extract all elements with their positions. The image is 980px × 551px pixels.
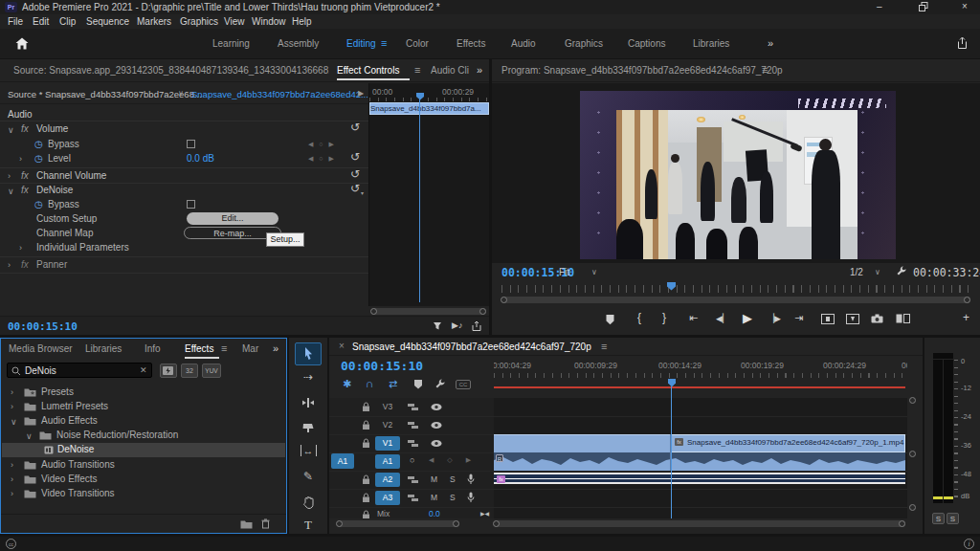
lift-icon[interactable]	[821, 314, 835, 324]
export-share-icon[interactable]	[956, 36, 969, 50]
solo-right-button[interactable]: S	[947, 513, 959, 524]
close-sequence-icon[interactable]: ×	[339, 341, 345, 351]
info-icon[interactable]: i	[964, 539, 974, 549]
clip-v1-segment-1[interactable]	[494, 434, 670, 452]
effect-row-channel-volume[interactable]: › fx Channel Volume ↺	[0, 169, 368, 184]
lock-icon[interactable]	[362, 493, 370, 503]
menu-markers[interactable]: Markers	[137, 16, 171, 27]
keyframe-nav[interactable]: ◀ ○ ▶	[308, 141, 336, 148]
menu-file[interactable]: File	[8, 16, 23, 27]
play-icon[interactable]: ▶	[743, 311, 752, 325]
workspace-tab-color[interactable]: Color	[406, 38, 429, 49]
keyframe-nav[interactable]: ◀ ○ ▶	[308, 155, 336, 163]
track-height-handle[interactable]	[909, 504, 916, 511]
menu-view[interactable]: View	[224, 16, 245, 27]
go-to-in-icon[interactable]: ⇤	[689, 312, 698, 324]
step-forward-icon[interactable]: ▕▶	[768, 314, 781, 323]
play-audio-icon[interactable]: ▶♪	[452, 320, 462, 330]
track-target-a2[interactable]: A2	[375, 473, 400, 487]
effects-search-box[interactable]: ✕	[7, 363, 152, 378]
track-target-v1[interactable]: V1	[375, 436, 400, 451]
voiceover-mic-icon[interactable]	[467, 492, 475, 503]
captions-display-icon[interactable]: CC	[456, 380, 471, 389]
resolution-chevron-icon[interactable]: ∨	[875, 268, 880, 276]
filter-32bit-button[interactable]: 32	[181, 364, 198, 378]
sync-lock-icon[interactable]	[408, 475, 418, 484]
tree-item-presets[interactable]: › Presets	[1, 386, 286, 400]
program-playhead-marker[interactable]	[666, 281, 677, 291]
collapse-icon[interactable]: ▶◀	[480, 510, 489, 517]
edit-button[interactable]: Edit...	[187, 212, 278, 225]
button-editor-plus-icon[interactable]: +	[963, 311, 969, 324]
toggle-track-output-eye-icon[interactable]	[431, 421, 442, 430]
filter-properties-icon[interactable]	[433, 321, 442, 331]
razor-tool[interactable]	[295, 420, 322, 443]
effect-row-volume-level[interactable]: › ◷ Level 0.0 dB ◀ ○ ▶ ↺	[0, 152, 368, 166]
workspace-overflow-icon[interactable]: »	[768, 37, 773, 49]
workspace-tab-audio[interactable]: Audio	[511, 38, 536, 49]
add-marker-icon[interactable]	[413, 379, 423, 389]
workspace-tab-libraries[interactable]: Libraries	[693, 38, 729, 49]
track-select-forward-tool[interactable]: ⇢	[295, 370, 322, 393]
ripple-edit-tool[interactable]	[295, 395, 322, 418]
close-button[interactable]: ×	[962, 1, 968, 11]
tab-overflow-icon[interactable]: »	[273, 342, 278, 354]
lock-icon[interactable]	[362, 438, 370, 449]
zoom-level-select[interactable]: Fit	[559, 267, 569, 277]
tree-item-video-transitions[interactable]: › Video Transitions	[1, 487, 286, 501]
zoom-chevron-icon[interactable]: ∨	[591, 268, 597, 276]
mark-in-icon[interactable]: {	[637, 311, 641, 324]
track-target-a3[interactable]: A3	[375, 491, 400, 505]
pen-tool[interactable]: ✎	[295, 470, 322, 493]
track-target-a1[interactable]: A1	[375, 454, 400, 469]
tab-effect-controls[interactable]: Effect Controls	[337, 65, 399, 76]
track-height-handle[interactable]	[909, 397, 916, 404]
effect-row-volume-bypass[interactable]: ◷ Bypass ◀ ○ ▶	[0, 138, 368, 152]
program-scrubber-ticks[interactable]	[501, 285, 970, 293]
effect-row-volume[interactable]: ∨ fx Volume ↺	[0, 122, 368, 137]
filter-accelerated-effects-button[interactable]	[160, 364, 177, 378]
tab-audio-clip-mixer[interactable]: Audio Cli	[431, 65, 473, 76]
sync-lock-icon[interactable]	[408, 439, 418, 448]
type-tool[interactable]: T	[295, 518, 322, 534]
effect-menu-caret[interactable]: ▾	[361, 189, 364, 196]
source-patch-a1[interactable]: A1	[331, 453, 354, 469]
timeline-ruler[interactable]: 00:00:04:29 00:00:09:29 00:00:14:29 00:0…	[494, 357, 907, 386]
workspace-tab-captions[interactable]: Captions	[628, 38, 665, 49]
reset-effect-icon[interactable]: ↺	[350, 184, 360, 193]
mute-button[interactable]: M	[431, 493, 437, 502]
timeline-horizontal-scrollbar[interactable]	[494, 520, 905, 527]
selection-tool[interactable]	[295, 342, 322, 365]
step-back-icon[interactable]: ◀▏	[716, 314, 729, 323]
slip-tool[interactable]: ↔	[295, 445, 322, 468]
snap-magnet-icon[interactable]: ∩	[366, 377, 374, 390]
clip-v1-segment-2[interactable]: fx Snapsave_d4bb334f097bbd7a2ee68ed424c6…	[671, 434, 905, 452]
export-frame-camera-icon[interactable]	[871, 314, 883, 323]
settings-wrench-icon[interactable]	[896, 266, 907, 277]
track-target-v3[interactable]: V3	[375, 400, 400, 414]
mini-playhead-marker[interactable]	[415, 92, 425, 100]
tree-item-audio-effects[interactable]: ∨ Audio Effects	[1, 414, 286, 429]
reset-effect-icon[interactable]: ↺	[350, 169, 360, 179]
tree-item-video-effects[interactable]: › Video Effects	[1, 473, 286, 487]
tab-overflow-icon[interactable]: »	[477, 64, 482, 76]
add-marker-icon[interactable]	[605, 314, 615, 325]
creative-cloud-icon[interactable]: cc	[6, 539, 16, 549]
effect-controls-timecode[interactable]: 00:00:15:10	[8, 320, 78, 333]
delete-trash-icon[interactable]	[261, 518, 270, 529]
sync-lock-icon[interactable]	[408, 494, 418, 502]
effect-row-individual-parameters[interactable]: › Individual Parameters	[0, 241, 368, 255]
clip-a2-music[interactable]: fx	[494, 473, 905, 486]
tab-sequence[interactable]: Snapsave_d4bb334f097bbd7a2ee68ed424c6af9…	[352, 342, 591, 352]
menu-help[interactable]: Help	[292, 16, 312, 27]
workspace-tab-learning[interactable]: Learning	[212, 38, 250, 49]
panel-menu-icon[interactable]: ≡	[601, 341, 607, 352]
tab-libraries[interactable]: Libraries	[85, 343, 122, 354]
panel-menu-icon[interactable]: ≡	[762, 64, 768, 76]
tab-markers[interactable]: Mar	[242, 343, 267, 354]
tree-item-audio-transitions[interactable]: › Audio Transitions	[1, 458, 286, 473]
bypass-checkbox[interactable]	[187, 200, 195, 209]
lock-icon[interactable]	[362, 402, 370, 412]
menu-edit[interactable]: Edit	[33, 16, 49, 27]
nest-sequence-icon[interactable]: ✱	[343, 378, 351, 390]
